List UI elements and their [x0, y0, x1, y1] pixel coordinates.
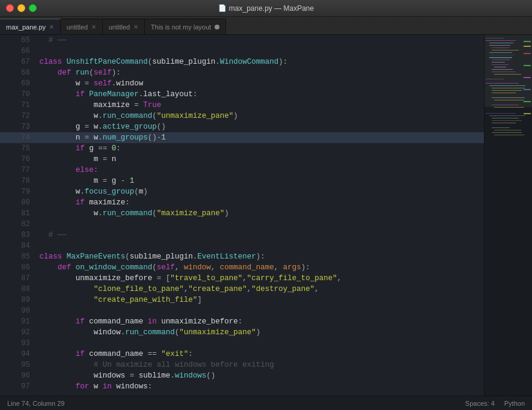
table-row: 91 if command_name in unmaximize_before: — [0, 316, 484, 327]
line-content: if g == 0: — [37, 143, 484, 154]
language-mode[interactable]: Python — [504, 400, 525, 407]
line-content — [37, 219, 484, 230]
line-number: 68 — [0, 67, 37, 78]
line-number: 73 — [0, 121, 37, 132]
line-content: windows = sublime.windows() — [37, 370, 484, 381]
svg-rect-31 — [492, 127, 510, 128]
line-number: 69 — [0, 78, 37, 89]
table-row: 90 — [0, 305, 484, 316]
cursor-position: Line 74, Column 29 — [7, 400, 64, 407]
line-number: 88 — [0, 284, 37, 295]
table-row: 73 g = w.active_group() — [0, 121, 484, 132]
modified-indicator — [215, 25, 219, 29]
minimap-viewport — [485, 35, 532, 107]
line-content: g = w.active_group() — [37, 121, 484, 132]
tab-close-icon[interactable]: × — [133, 23, 138, 31]
line-number: 74 — [0, 132, 37, 143]
line-number: 75 — [0, 143, 37, 154]
tab-close-icon[interactable]: × — [91, 23, 96, 31]
line-number: 94 — [0, 349, 37, 360]
svg-rect-32 — [494, 130, 521, 130]
code-editor[interactable]: 65 # —— 66 67 class UnshiftPaneCommand(s… — [0, 35, 484, 396]
tab-close-icon[interactable]: × — [49, 23, 54, 31]
line-number: 71 — [0, 100, 37, 111]
code-scroll[interactable]: 65 # —— 66 67 class UnshiftPaneCommand(s… — [0, 35, 484, 396]
table-row: 74 n = w.num_groups()-1 — [0, 132, 484, 143]
line-content: m = g - 1 — [37, 176, 484, 186]
line-content: w = self.window — [37, 78, 484, 89]
table-row: 78 m = g - 1 — [0, 176, 484, 186]
main-content: 65 # —— 66 67 class UnshiftPaneCommand(s… — [0, 35, 532, 396]
minimap[interactable] — [484, 35, 532, 396]
line-number: 85 — [0, 251, 37, 262]
svg-rect-33 — [492, 132, 522, 133]
table-row: 81 w.run_command("maximize_pane") — [0, 208, 484, 219]
line-number: 96 — [0, 370, 37, 381]
line-content: if maximize: — [37, 197, 484, 208]
line-content: w.focus_group(m) — [37, 186, 484, 197]
line-number: 66 — [0, 46, 37, 57]
line-number: 90 — [0, 305, 37, 316]
line-content — [37, 46, 484, 57]
line-content: if PaneManager.last_layout: — [37, 89, 484, 100]
line-number: 97 — [0, 381, 37, 392]
line-number: 70 — [0, 89, 37, 100]
tab-untitled-1[interactable]: untitled × — [61, 19, 103, 34]
line-content: w.run_command("unmaximize_pane") — [37, 111, 484, 121]
minimap-content — [485, 35, 532, 396]
line-content: n = w.num_groups()-1 — [37, 132, 484, 143]
indentation[interactable]: Spaces: 4 — [465, 400, 495, 407]
line-content: "clone_file_to_pane","create_pane","dest… — [37, 284, 484, 295]
line-number: 83 — [0, 230, 37, 240]
table-row: 66 — [0, 46, 484, 57]
line-number: 91 — [0, 316, 37, 327]
line-content — [37, 338, 484, 349]
svg-rect-26 — [486, 113, 516, 114]
line-number: 79 — [0, 186, 37, 197]
table-row: 79 w.focus_group(m) — [0, 186, 484, 197]
line-number: 80 — [0, 197, 37, 208]
table-row: 88 "clone_file_to_pane","create_pane","d… — [0, 284, 484, 295]
line-content — [37, 305, 484, 316]
line-content: for w in windows: — [37, 381, 484, 392]
table-row: 93 — [0, 338, 484, 349]
line-number: 84 — [0, 240, 37, 251]
line-content: if command_name == "exit": — [37, 349, 484, 360]
line-number: 89 — [0, 295, 37, 305]
tab-label: max_pane.py — [6, 23, 46, 31]
minimize-button[interactable] — [17, 4, 25, 12]
line-content: def on_window_command(self, window, comm… — [37, 262, 484, 273]
line-number: 76 — [0, 154, 37, 165]
line-number: 65 — [0, 35, 37, 46]
maximize-button[interactable] — [29, 4, 37, 12]
line-number: 67 — [0, 57, 37, 67]
table-row: 80 if maximize: — [0, 197, 484, 208]
table-row: 72 w.run_command("unmaximize_pane") — [0, 111, 484, 121]
line-content: maximize = True — [37, 100, 484, 111]
line-number: 93 — [0, 338, 37, 349]
table-row: 92 window.run_command("unmaximize_pane") — [0, 327, 484, 338]
line-content: # —— — [37, 35, 484, 46]
tab-label: untitled — [67, 23, 88, 31]
table-row: 94 if command_name == "exit": — [0, 349, 484, 360]
close-button[interactable] — [6, 4, 14, 12]
file-icon: 📄 — [218, 4, 227, 12]
svg-rect-30 — [492, 123, 516, 123]
tab-max-pane[interactable]: max_pane.py × — [0, 19, 61, 34]
tab-untitled-2[interactable]: untitled × — [103, 19, 145, 34]
line-content: m = n — [37, 154, 484, 165]
table-row: 65 # —— — [0, 35, 484, 46]
tab-not-my-layout[interactable]: This is not my layout — [145, 19, 226, 34]
window-title: 📄 max_pane.py — MaxPane — [218, 4, 314, 13]
svg-rect-25 — [494, 107, 524, 108]
line-number: 81 — [0, 208, 37, 219]
table-row: 82 — [0, 219, 484, 230]
traffic-lights[interactable] — [6, 4, 37, 12]
line-content: "create_pane_with_file"] — [37, 295, 484, 305]
table-row: 70 if PaneManager.last_layout: — [0, 89, 484, 100]
table-row: 95 # Un maximize all windows before exit… — [0, 360, 484, 370]
table-row: 97 for w in windows: — [0, 381, 484, 392]
title-text: max_pane.py — MaxPane — [229, 4, 314, 13]
tab-label: This is not my layout — [151, 23, 211, 31]
table-row: 71 maximize = True — [0, 100, 484, 111]
